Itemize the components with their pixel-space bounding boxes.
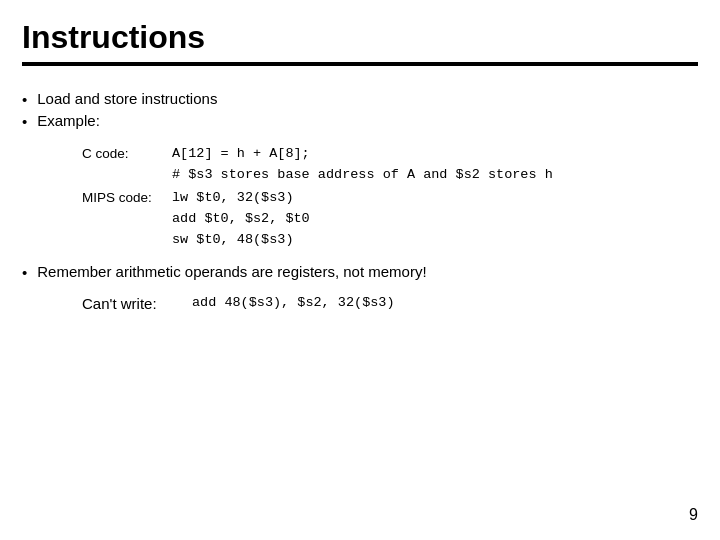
mips-line-3: sw $t0, 48($s3) (172, 230, 310, 251)
mips-code-row: MIPS code: lw $t0, 32($s3) add $t0, $s2,… (82, 188, 698, 251)
third-bullet-list: • Remember arithmetic operands are regis… (22, 263, 698, 281)
comment-row: # $s3 stores base address of A and $s2 s… (82, 165, 698, 186)
list-item: • Remember arithmetic operands are regis… (22, 263, 698, 281)
bullet-text-3: Remember arithmetic operands are registe… (37, 263, 426, 280)
bullet-text-1: Load and store instructions (37, 90, 217, 107)
header: Instructions (0, 0, 720, 72)
mips-code-lines: lw $t0, 32($s3) add $t0, $s2, $t0 sw $t0… (172, 188, 310, 251)
bullet-list: • Load and store instructions • Example: (22, 90, 698, 130)
example-code-block: C code: A[12] = h + A[8]; # $s3 stores b… (82, 144, 698, 251)
list-item: • Example: (22, 112, 698, 130)
page-title: Instructions (22, 18, 698, 56)
mips-line-1: lw $t0, 32($s3) (172, 188, 310, 209)
mips-line-2: add $t0, $s2, $t0 (172, 209, 310, 230)
cant-write-block: Can't write: add 48($s3), $s2, 32($s3) (82, 295, 698, 312)
c-code-label: C code: (82, 144, 172, 165)
content: • Load and store instructions • Example:… (0, 72, 720, 312)
cant-write-label: Can't write: (82, 295, 192, 312)
bullet-dot: • (22, 91, 27, 108)
c-code-row: C code: A[12] = h + A[8]; (82, 144, 698, 165)
header-divider (22, 62, 698, 66)
comment-text: # $s3 stores base address of A and $s2 s… (172, 165, 553, 186)
list-item: • Load and store instructions (22, 90, 698, 108)
bullet-text-2: Example: (37, 112, 100, 129)
c-code-text: A[12] = h + A[8]; (172, 144, 310, 165)
bullet-dot: • (22, 113, 27, 130)
slide: Instructions • Load and store instructio… (0, 0, 720, 540)
cant-write-code: add 48($s3), $s2, 32($s3) (192, 295, 395, 310)
bullet-dot: • (22, 264, 27, 281)
page-number: 9 (689, 506, 698, 524)
mips-code-label: MIPS code: (82, 188, 172, 209)
